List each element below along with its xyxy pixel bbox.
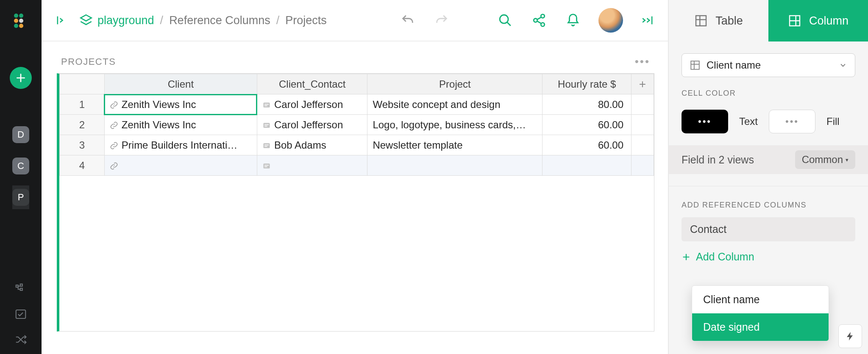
link-icon bbox=[110, 121, 118, 130]
popup-item-date-signed[interactable]: Date signed bbox=[692, 313, 829, 341]
sheet-menu-icon[interactable]: ••• bbox=[635, 55, 650, 68]
sheet-title: PROJECTS bbox=[61, 56, 116, 67]
ref-cols-label: ADD REFERENCED COLUMNS bbox=[682, 201, 855, 210]
col-header-contact[interactable]: Client_Contact bbox=[257, 74, 367, 94]
left-rail: D C P bbox=[0, 0, 42, 354]
table-row[interactable]: 1Zenith Views IncCarol JeffersonWebsite … bbox=[60, 94, 654, 115]
avatar[interactable] bbox=[598, 8, 623, 33]
svg-rect-7 bbox=[20, 284, 22, 286]
shuffle-icon[interactable] bbox=[14, 333, 28, 346]
svg-point-0 bbox=[14, 14, 18, 18]
cell-rate[interactable]: 80.00 bbox=[542, 94, 632, 115]
svg-point-13 bbox=[541, 23, 545, 27]
validate-icon[interactable] bbox=[14, 307, 28, 321]
cell-rate[interactable]: 60.00 bbox=[542, 135, 632, 155]
svg-rect-14 bbox=[263, 102, 270, 108]
share-icon[interactable] bbox=[531, 12, 548, 29]
breadcrumb: playground / Reference Columns / Project… bbox=[97, 14, 327, 27]
breadcrumb-mid[interactable]: Reference Columns bbox=[169, 14, 270, 27]
cell-contact[interactable]: Bob Adams bbox=[257, 135, 367, 155]
redo-icon[interactable] bbox=[433, 12, 450, 29]
link-icon bbox=[110, 162, 118, 170]
svg-point-12 bbox=[541, 14, 545, 18]
svg-point-2 bbox=[14, 19, 18, 23]
svg-rect-23 bbox=[263, 163, 270, 169]
cell-rate[interactable] bbox=[542, 155, 632, 176]
add-column-popup: Client name Date signed bbox=[692, 285, 829, 341]
svg-point-11 bbox=[534, 19, 537, 22]
expand-right-icon[interactable] bbox=[53, 12, 70, 29]
svg-rect-15 bbox=[264, 104, 269, 105]
svg-point-5 bbox=[19, 24, 23, 28]
card-icon bbox=[262, 121, 271, 130]
cell-client[interactable]: Prime Builders Internati… bbox=[104, 135, 257, 155]
field-views-text: Field in 2 views bbox=[682, 154, 754, 166]
doc-tile-p[interactable]: P bbox=[12, 189, 29, 206]
cell-contact[interactable]: Carol Jefferson bbox=[257, 94, 367, 115]
svg-rect-25 bbox=[264, 166, 267, 167]
table-row[interactable]: 4 bbox=[60, 155, 654, 176]
svg-rect-28 bbox=[691, 61, 699, 69]
right-panel: Table Column Client name CELL COLOR ••• … bbox=[669, 0, 868, 354]
data-grid[interactable]: Client Client_Contact Project Hourly rat… bbox=[57, 73, 654, 332]
cell-contact[interactable]: Carol Jefferson bbox=[257, 115, 367, 135]
search-icon[interactable] bbox=[497, 12, 514, 29]
svg-point-1 bbox=[19, 14, 23, 18]
text-color-swatch[interactable]: ••• bbox=[682, 110, 728, 133]
fill-color-swatch[interactable]: ••• bbox=[769, 110, 815, 133]
card-icon bbox=[262, 141, 271, 150]
col-rownum bbox=[60, 74, 105, 94]
undo-icon[interactable] bbox=[399, 12, 416, 29]
bolt-button[interactable] bbox=[838, 324, 862, 348]
svg-rect-17 bbox=[263, 123, 270, 128]
cell-project[interactable]: Website concept and design bbox=[367, 94, 542, 115]
doc-tile-d[interactable]: D bbox=[12, 126, 29, 143]
link-icon bbox=[110, 101, 118, 109]
doc-tile-c[interactable]: C bbox=[12, 158, 29, 174]
add-column-link[interactable]: Add Column bbox=[682, 251, 855, 263]
breadcrumb-root[interactable]: playground bbox=[97, 14, 154, 27]
svg-rect-16 bbox=[264, 105, 267, 106]
breadcrumb-leaf[interactable]: Projects bbox=[285, 14, 327, 27]
layers-icon[interactable] bbox=[79, 13, 93, 28]
cell-contact[interactable] bbox=[257, 155, 367, 176]
cell-rate[interactable]: 60.00 bbox=[542, 115, 632, 135]
svg-rect-8 bbox=[20, 288, 22, 290]
svg-point-10 bbox=[500, 15, 508, 23]
cell-project[interactable]: Newsletter template bbox=[367, 135, 542, 155]
ref-col-contact[interactable]: Contact bbox=[682, 217, 855, 241]
field-select[interactable]: Client name bbox=[682, 53, 855, 77]
cell-client[interactable] bbox=[104, 155, 257, 176]
card-icon bbox=[262, 101, 271, 109]
top-bar: playground / Reference Columns / Project… bbox=[42, 0, 668, 41]
chevron-down-icon bbox=[839, 61, 847, 69]
col-header-client[interactable]: Client bbox=[104, 74, 257, 94]
cell-client[interactable]: Zenith Views Inc bbox=[104, 94, 257, 115]
add-doc-button[interactable] bbox=[10, 67, 32, 89]
svg-point-3 bbox=[19, 19, 23, 23]
common-dropdown[interactable]: Common▾ bbox=[795, 150, 855, 169]
svg-rect-22 bbox=[264, 146, 267, 147]
link-icon bbox=[110, 141, 118, 150]
col-header-project[interactable]: Project bbox=[367, 74, 542, 94]
svg-rect-21 bbox=[264, 145, 269, 146]
cell-color-label: CELL COLOR bbox=[682, 89, 855, 98]
table-row[interactable]: 2Zenith Views IncCarol JeffersonLogo, lo… bbox=[60, 115, 654, 135]
cell-project[interactable]: Logo, logotype, business cards,… bbox=[367, 115, 542, 135]
cell-project[interactable] bbox=[367, 155, 542, 176]
card-icon bbox=[262, 162, 271, 170]
collapse-panel-icon[interactable] bbox=[640, 12, 657, 29]
svg-point-4 bbox=[14, 24, 18, 28]
tab-column[interactable]: Column bbox=[768, 0, 868, 41]
cell-client[interactable]: Zenith Views Inc bbox=[104, 115, 257, 135]
svg-rect-26 bbox=[696, 16, 706, 26]
popup-item-client-name[interactable]: Client name bbox=[692, 286, 829, 313]
bell-icon[interactable] bbox=[565, 12, 581, 29]
col-header-rate[interactable]: Hourly rate $ bbox=[542, 74, 632, 94]
code-icon[interactable] bbox=[14, 282, 28, 296]
app-logo[interactable] bbox=[0, 0, 42, 41]
tab-table[interactable]: Table bbox=[669, 0, 768, 41]
svg-rect-18 bbox=[264, 124, 269, 125]
add-column-header[interactable]: + bbox=[632, 74, 654, 94]
table-row[interactable]: 3Prime Builders Internati…Bob AdamsNewsl… bbox=[60, 135, 654, 155]
